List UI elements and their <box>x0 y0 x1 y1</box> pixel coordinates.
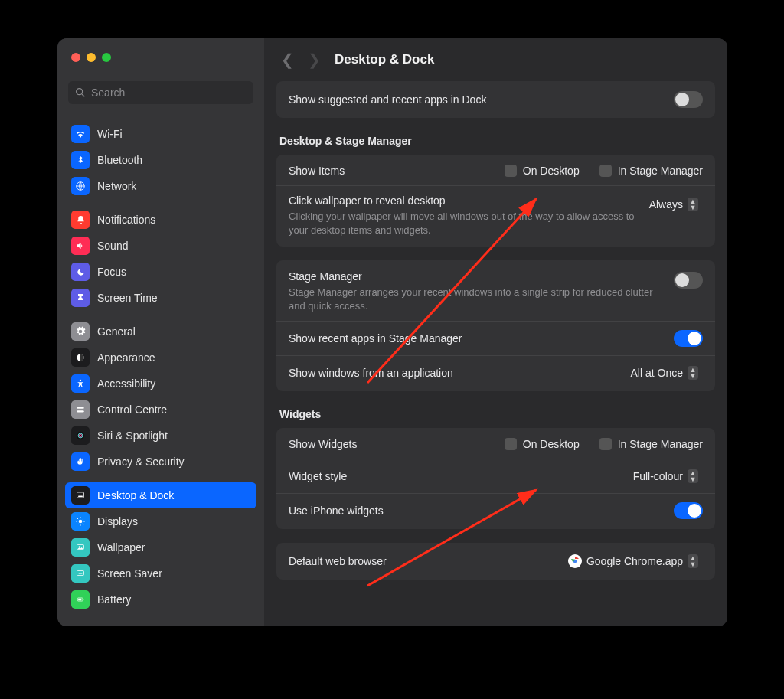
sidebar-item-label: Privacy & Security <box>97 456 185 468</box>
chrome-icon <box>568 554 582 568</box>
checkbox-icon <box>599 438 612 450</box>
iphone-widgets-toggle[interactable] <box>674 502 703 519</box>
window-titlebar <box>57 38 264 77</box>
minimize-icon[interactable] <box>87 53 96 62</box>
stage-manager-label: Stage Manager <box>289 270 665 283</box>
show-windows-select[interactable]: All at Once ▲▼ <box>626 364 703 381</box>
default-browser-select[interactable]: Google Chrome.app ▲▼ <box>564 553 703 570</box>
sidebar-item-network[interactable]: Network <box>65 173 256 199</box>
sound-icon <box>71 237 90 255</box>
appearance-icon <box>71 348 90 367</box>
bell-icon <box>71 211 90 229</box>
sidebar-item-label: Notifications <box>97 214 155 226</box>
sidebar-item-wi-fi[interactable]: Wi-Fi <box>65 121 256 147</box>
sidebar-item-label: Screen Saver <box>97 567 162 580</box>
sidebar-item-control-centre[interactable]: Control Centre <box>65 397 256 423</box>
select-value: Always <box>649 198 683 211</box>
sidebar-item-label: Sound <box>97 240 128 252</box>
click-wallpaper-label: Click wallpaper to reveal desktop <box>289 194 635 207</box>
moon-icon <box>71 263 90 281</box>
click-wallpaper-select[interactable]: Always ▲▼ <box>645 196 703 213</box>
content-area: ❮ ❯ Desktop & Dock Show suggested and re… <box>264 38 727 626</box>
sidebar: Wi-FiBluetoothNetworkNotificationsSoundF… <box>57 38 264 626</box>
checkbox-icon <box>505 165 517 177</box>
check-label: On Desktop <box>523 165 580 177</box>
panel-dock: Show suggested and recent apps in Dock <box>276 81 715 118</box>
checkbox-icon <box>599 165 612 177</box>
stepper-icon: ▲▼ <box>688 554 698 568</box>
svg-rect-18 <box>78 599 81 601</box>
svg-rect-17 <box>83 599 83 600</box>
show-widgets-in-stage[interactable]: In Stage Manager <box>599 438 703 450</box>
show-windows-label: Show windows from an application <box>289 367 617 379</box>
section-title-widgets: Widgets <box>276 405 715 428</box>
sidebar-item-displays[interactable]: Displays <box>65 508 256 534</box>
sidebar-item-focus[interactable]: Focus <box>65 259 256 285</box>
svg-rect-6 <box>77 410 83 412</box>
stepper-icon: ▲▼ <box>688 366 698 380</box>
wifi-icon <box>71 125 90 143</box>
sidebar-item-label: Wallpaper <box>97 541 145 554</box>
search-field[interactable] <box>91 87 247 99</box>
nav-forward-icon[interactable]: ❯ <box>308 51 321 69</box>
show-widgets-on-desktop[interactable]: On Desktop <box>505 438 580 450</box>
bt-icon <box>71 151 90 169</box>
recent-apps-label: Show recent apps in Stage Manager <box>289 332 665 345</box>
stage-manager-sub: Stage Manager arranges your recent windo… <box>289 286 665 312</box>
stepper-icon: ▲▼ <box>688 198 698 211</box>
sidebar-item-bluetooth[interactable]: Bluetooth <box>65 147 256 173</box>
stage-manager-toggle[interactable] <box>674 272 703 289</box>
wallpaper-icon <box>71 538 90 557</box>
widget-style-select[interactable]: Full-colour ▲▼ <box>629 468 703 485</box>
svg-point-12 <box>79 520 83 524</box>
sidebar-item-siri-spotlight[interactable]: Siri & Spotlight <box>65 423 256 449</box>
sidebar-item-general[interactable]: General <box>65 318 256 345</box>
sidebar-item-label: Accessibility <box>97 377 155 390</box>
search-icon <box>74 87 87 99</box>
hand-icon <box>71 452 90 471</box>
select-value: Full-colour <box>633 470 683 482</box>
sidebar-item-accessibility[interactable]: Accessibility <box>65 371 256 397</box>
recent-apps-toggle[interactable] <box>674 330 703 347</box>
panel-browser: Default web browser Google Chrome.app ▲▼ <box>276 543 715 580</box>
select-value: Google Chrome.app <box>586 555 683 567</box>
globe-icon <box>71 177 90 195</box>
sidebar-item-desktop-dock[interactable]: Desktop & Dock <box>65 482 256 508</box>
sidebar-item-sound[interactable]: Sound <box>65 233 256 259</box>
suggested-apps-toggle[interactable] <box>674 91 703 108</box>
check-label: On Desktop <box>523 438 580 450</box>
content-header: ❮ ❯ Desktop & Dock <box>264 38 727 81</box>
sidebar-item-appearance[interactable]: Appearance <box>65 345 256 371</box>
gear-icon <box>71 322 90 341</box>
svg-point-4 <box>80 380 81 381</box>
select-value: All at Once <box>631 367 683 379</box>
close-icon[interactable] <box>71 53 80 62</box>
page-title: Desktop & Dock <box>335 52 434 67</box>
svg-point-14 <box>79 546 80 547</box>
click-wallpaper-sub: Clicking your wallpaper will move all wi… <box>289 210 635 237</box>
maximize-icon[interactable] <box>102 53 111 62</box>
sidebar-item-label: Displays <box>97 515 138 528</box>
content-body: Show suggested and recent apps in Dock D… <box>264 81 727 626</box>
sidebar-item-label: Desktop & Dock <box>97 489 174 501</box>
sidebar-item-battery[interactable]: Battery <box>65 586 256 612</box>
hourglass-icon <box>71 289 90 307</box>
svg-rect-5 <box>77 407 83 409</box>
check-label: In Stage Manager <box>618 165 703 177</box>
sidebar-item-notifications[interactable]: Notifications <box>65 207 256 233</box>
search-input[interactable] <box>68 81 253 104</box>
panel-desktop-stage-a: Show Items On Desktop In Stage Manager C… <box>276 155 715 247</box>
sidebar-item-wallpaper[interactable]: Wallpaper <box>65 534 256 560</box>
sidebar-item-label: Appearance <box>97 351 155 364</box>
section-title-desktop-stage: Desktop & Stage Manager <box>276 132 715 155</box>
show-items-on-desktop[interactable]: On Desktop <box>505 165 580 177</box>
sidebar-item-screen-time[interactable]: Screen Time <box>65 285 256 311</box>
svg-line-1 <box>82 94 84 96</box>
show-items-in-stage[interactable]: In Stage Manager <box>599 165 703 177</box>
nav-back-icon[interactable]: ❮ <box>281 51 294 69</box>
sidebar-item-screen-saver[interactable]: Screen Saver <box>65 560 256 586</box>
svg-point-7 <box>77 432 85 440</box>
display-icon <box>71 512 90 531</box>
sidebar-item-privacy-security[interactable]: Privacy & Security <box>65 449 256 475</box>
widget-style-label: Widget style <box>289 470 619 482</box>
